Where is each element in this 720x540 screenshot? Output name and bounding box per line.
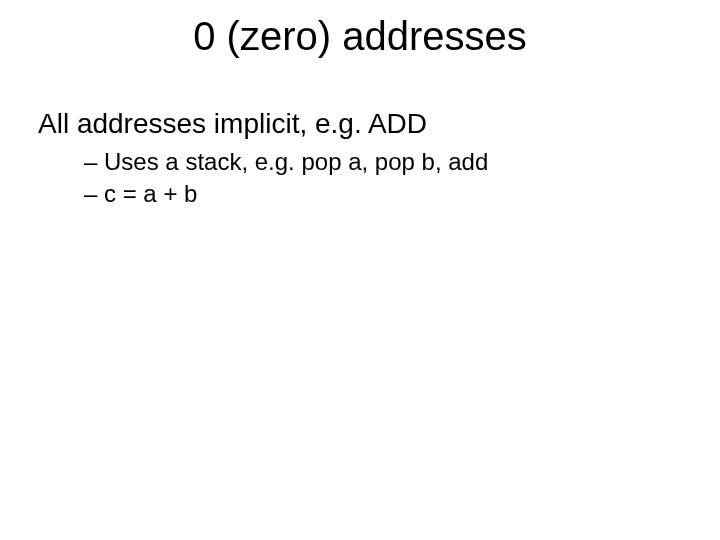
slide-title: 0 (zero) addresses [0,14,720,59]
body-line-1: All addresses implicit, e.g. ADD [38,108,682,140]
body-bullet-2: c = a + b [38,180,682,208]
body-bullet-1: Uses a stack, e.g. pop a, pop b, add [38,148,682,176]
slide: 0 (zero) addresses All addresses implici… [0,0,720,540]
slide-body: All addresses implicit, e.g. ADD Uses a … [38,108,682,212]
